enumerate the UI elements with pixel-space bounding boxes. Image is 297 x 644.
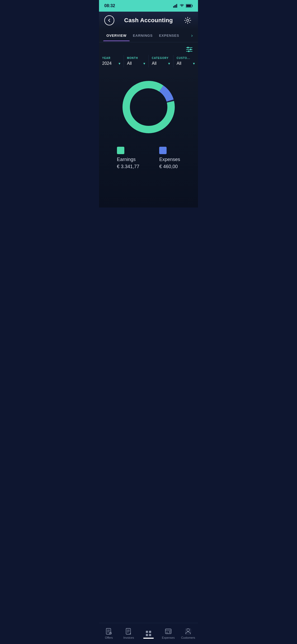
svg-rect-6 xyxy=(186,5,191,7)
header: Cash Accounting xyxy=(99,12,198,29)
svg-point-11 xyxy=(190,49,191,50)
tabs-bar: OVERVIEW EARNINGS EXPENSES › xyxy=(99,29,198,42)
filter-month-select[interactable]: All ▾ xyxy=(127,61,145,66)
filter-year[interactable]: YEAR 2024 ▾ xyxy=(99,55,124,67)
status-bar: 08:32 xyxy=(99,0,198,12)
filter-category-select[interactable]: All ▾ xyxy=(152,61,170,66)
donut-svg xyxy=(120,78,178,136)
filter-category-arrow: ▾ xyxy=(168,61,170,66)
filter-year-value: 2024 xyxy=(102,61,112,66)
signal-icon xyxy=(173,4,178,8)
expenses-label: Expenses xyxy=(159,157,180,162)
tab-earnings[interactable]: EARNINGS xyxy=(130,30,156,41)
legend-earnings: Earnings € 3.341,77 xyxy=(117,147,139,169)
svg-point-7 xyxy=(187,19,189,21)
sliders-icon xyxy=(186,46,193,52)
earnings-color xyxy=(117,147,124,154)
filter-customer[interactable]: CUSTO... All ▾ xyxy=(173,55,198,67)
filter-month[interactable]: MONTH All ▾ xyxy=(124,55,149,67)
status-time: 08:32 xyxy=(104,3,115,8)
filter-month-label: MONTH xyxy=(127,57,145,59)
filter-category-label: CATEGORY xyxy=(152,57,170,59)
legend-expenses: Expenses € 460,00 xyxy=(159,147,180,169)
battery-icon xyxy=(186,4,193,8)
filter-year-select[interactable]: 2024 ▾ xyxy=(102,61,120,66)
svg-rect-1 xyxy=(174,5,175,8)
filter-customer-select[interactable]: All ▾ xyxy=(177,61,195,66)
filter-year-arrow: ▾ xyxy=(119,61,120,66)
legend: Earnings € 3.341,77 Expenses € 460,00 xyxy=(104,147,193,169)
filter-customer-arrow: ▾ xyxy=(193,61,195,66)
settings-button[interactable] xyxy=(183,15,193,25)
svg-rect-0 xyxy=(173,6,174,8)
filter-category[interactable]: CATEGORY All ▾ xyxy=(149,55,173,67)
tab-overview[interactable]: OVERVIEW xyxy=(103,30,130,41)
page-title: Cash Accounting xyxy=(124,17,173,24)
back-icon xyxy=(107,19,111,22)
svg-rect-2 xyxy=(175,5,176,8)
filters-row: YEAR 2024 ▾ MONTH All ▾ CATEGORY All ▾ C… xyxy=(99,55,198,70)
earnings-label: Earnings xyxy=(117,157,139,162)
filter-month-value: All xyxy=(127,61,132,66)
back-button[interactable] xyxy=(104,15,114,25)
filter-year-label: YEAR xyxy=(102,57,120,59)
filter-area xyxy=(99,42,198,55)
filter-category-value: All xyxy=(152,61,157,66)
wifi-icon xyxy=(180,4,184,8)
tabs-chevron[interactable]: › xyxy=(190,29,194,42)
gear-icon xyxy=(184,17,191,24)
donut-chart xyxy=(120,78,178,136)
svg-rect-3 xyxy=(176,4,177,8)
filter-customer-value: All xyxy=(177,61,181,66)
expenses-color xyxy=(159,147,167,154)
svg-rect-5 xyxy=(192,5,193,7)
filter-icon[interactable] xyxy=(185,45,194,55)
earnings-amount: € 3.341,77 xyxy=(117,164,139,169)
svg-point-13 xyxy=(188,50,190,52)
expenses-amount: € 460,00 xyxy=(159,164,180,169)
status-icons xyxy=(173,4,193,8)
tab-expenses[interactable]: EXPENSES xyxy=(156,30,182,41)
svg-point-9 xyxy=(187,47,189,48)
filter-month-arrow: ▾ xyxy=(143,61,145,66)
filter-customer-label: CUSTO... xyxy=(177,57,195,59)
main-content: Earnings € 3.341,77 Expenses € 460,00 xyxy=(99,70,198,208)
